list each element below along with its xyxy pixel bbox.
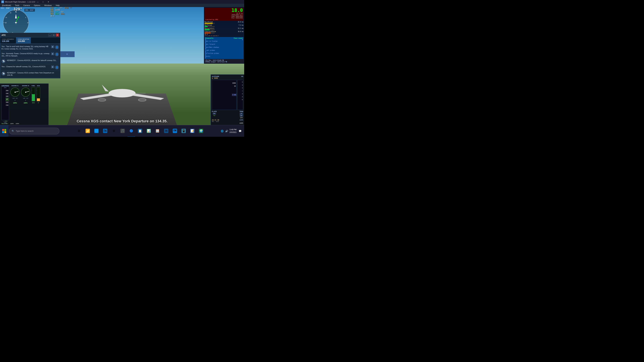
fuel-title: FUEL <box>32 85 35 86</box>
gpu-limited: Limited by GPU <box>205 19 243 20</box>
omni-val-row: 0 <box>205 42 243 43</box>
taskbar-browser[interactable]: 🌍 <box>197 125 205 137</box>
svg-text:30: 30 <box>10 12 12 13</box>
search-bar[interactable]: 🔍 Type here to search <box>9 128 59 134</box>
atc-play-btn-2[interactable]: ▶ <box>51 52 54 55</box>
manipulators-bar-fill <box>204 29 210 30</box>
omni-forward-label: Omni forward <box>205 43 215 45</box>
light-probes-val: 0 <box>205 51 206 53</box>
taskbar-file-explorer[interactable]: 📁 <box>84 125 92 137</box>
mainthread-bar <box>204 23 215 24</box>
misc-stat: 18.7 <box>50 15 72 17</box>
store-icon: 🛍 <box>103 129 107 133</box>
light-probes-row: Light probes <box>205 50 243 51</box>
menu-tools[interactable]: Tools <box>14 4 20 7</box>
taskbar-edge[interactable]: 🌐 <box>92 125 100 137</box>
atc-controls: — ⊡ ✕ <box>48 33 59 36</box>
volume-icon[interactable]: 🔊 <box>225 130 228 132</box>
instruments-left: AIRSPEED KTS 200 190 180 17 160 150 — <box>0 83 49 125</box>
taskbar-excel[interactable]: 📊 <box>145 125 152 137</box>
crs-display: CRS 008° <box>24 9 35 11</box>
logo-q4 <box>4 131 6 133</box>
engine1-pct: 100% <box>13 102 17 104</box>
taskbar-center: ⊞ 📁 🌐 🛍 ⚙ 🎵 🔵 📋 📊 🪟 ✉ <box>59 125 221 137</box>
atc-tab-com2[interactable]: COM2 |BOSTON 124.850 <box>16 37 31 43</box>
com1-name: COM1 |KENNEDY <box>2 38 14 40</box>
notification-button[interactable]: 💬 <box>238 129 242 133</box>
atc-response-hint: M <box>60 51 75 57</box>
close-button[interactable]: ✕ <box>46 0 51 4</box>
menu-devmode[interactable]: [DevMode] <box>1 4 12 7</box>
atc-resize-button[interactable]: ⊡ <box>52 33 55 36</box>
taskbar-mail[interactable]: ✉ <box>162 125 170 137</box>
network-icon[interactable]: 🌐 <box>221 130 224 132</box>
taskbar-app1[interactable]: 📋 <box>136 125 144 137</box>
atc-msg-4-content: You : Cleared for takeoff runway 31L, Ce… <box>2 65 50 68</box>
atc-play-btn-1[interactable]: ▶ <box>51 45 54 48</box>
engine1-gauge <box>10 87 20 97</box>
menu-camera[interactable]: Camera <box>23 4 30 7</box>
engine2-gauge <box>21 87 30 97</box>
app-icon: ✈ <box>1 0 4 3</box>
atc-tower-icon-5: 📡 <box>2 71 6 76</box>
alt-tape: 1000 10 9 00 6 4 2 0 2 4 6 <box>212 80 243 110</box>
airspeed-kts-label: KTS <box>2 87 9 88</box>
light-probes-label: Light probes <box>205 50 215 51</box>
atc-minimize-button[interactable]: — <box>48 33 52 36</box>
alt-current-num: 9 00 <box>232 94 236 96</box>
engine1-center <box>14 92 16 93</box>
atc-close-button[interactable]: ✕ <box>56 33 59 36</box>
engine1-title: ENGINE #1 <box>12 85 18 86</box>
flaps-to: TO <box>213 115 215 116</box>
menu-help[interactable]: Help <box>55 4 60 7</box>
coherent-label: CoherentGTDraw <box>204 31 216 32</box>
phone-icon: 📱 <box>182 129 186 133</box>
trim-up-button[interactable]: UP <box>240 113 243 114</box>
logo-q2 <box>4 129 6 131</box>
minimize-button[interactable]: — <box>35 0 40 4</box>
taskbar-word[interactable]: 📝 <box>188 125 196 137</box>
svg-rect-31 <box>37 98 40 101</box>
reflection-probes-row: Reflection probes <box>205 53 243 54</box>
omni-frustum-label: Omni in frustum <box>205 40 217 42</box>
airspeed-panel: AIRSPEED KTS 200 190 180 17 160 150 — <box>1 85 9 124</box>
menu-options[interactable]: Options <box>33 4 41 7</box>
bottom-tas: TAS 174KT 100% 100% <box>1 123 19 124</box>
omni-forward-row: Omni forward <box>205 43 243 45</box>
atc-play-btn-4[interactable]: ▶ <box>51 65 54 68</box>
taskbar-settings[interactable]: ⚙ <box>110 125 118 137</box>
taskbar-store[interactable]: 🛍 <box>101 125 109 137</box>
browser-icon: 🌍 <box>199 129 203 133</box>
trim-dn-button[interactable]: DN <box>240 115 243 116</box>
mainthread-section: MainThread 25.9 ms <box>204 21 244 24</box>
flaps-trim-row: FLAPS DN TO TRIM UP DN 12% <box>212 111 243 118</box>
engine-bottom1: 100% <box>10 123 14 124</box>
windows-app-icon: 🪟 <box>155 129 160 133</box>
alt-final: 4205 <box>212 122 243 124</box>
menu-windows[interactable]: Windows <box>44 4 52 7</box>
taskbar-windows[interactable]: 🪟 <box>154 125 161 137</box>
taskbar-phone[interactable]: 📱 <box>180 125 188 137</box>
flaps-dn-button[interactable]: DN <box>213 113 216 114</box>
start-button[interactable] <box>0 125 8 137</box>
atc-msg-2-actions: ▶ 👤 <box>51 52 59 56</box>
svg-point-4 <box>98 99 105 101</box>
atc-tab-com1[interactable]: COM1 |KENNEDY 119.100 <box>0 37 16 43</box>
fuel-bar-svg <box>32 87 35 101</box>
logo-q3 <box>2 131 4 133</box>
clock[interactable]: 5:48 PM 2/3/2021 <box>230 128 237 134</box>
logo-q1 <box>2 129 4 131</box>
engine2-pct: 100% <box>24 102 28 104</box>
taskbar-media[interactable]: 🎵 <box>119 125 126 137</box>
atc-message-2: You : Kennedy Tower, Cessna ASXGS ready … <box>1 51 60 58</box>
taskbar-task-view[interactable]: ⊞ <box>75 125 83 137</box>
alt-header: ALTITUDE VS <box>212 76 243 77</box>
maximize-button[interactable]: □ <box>40 0 46 4</box>
com1-freq: 119.100 <box>2 40 9 42</box>
atc-title: ATC <box>2 34 6 36</box>
drawcalls-label: Drawcalls <box>205 37 214 39</box>
taskbar-chrome[interactable]: 🔵 <box>128 125 135 137</box>
taskbar-maps[interactable]: 🗺 <box>171 125 179 137</box>
coherent-ms: 16.0 ms <box>238 31 244 32</box>
app1-icon: 📋 <box>138 129 142 133</box>
